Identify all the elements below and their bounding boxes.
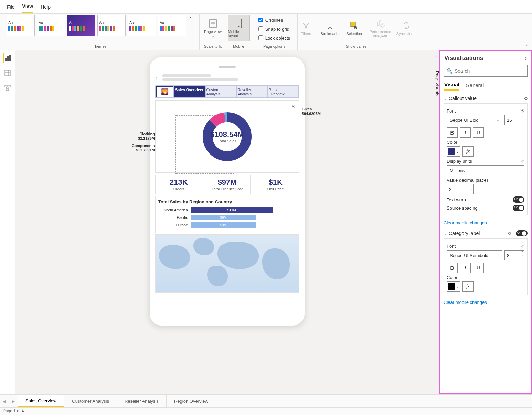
bar-chart-visual[interactable]: Total Sales by Region and Country North … xyxy=(155,196,299,233)
donut-visual[interactable]: ✕ $108.54M Total Sales Bikes$94.6205M Cl… xyxy=(155,100,299,173)
theme-4[interactable]: Aa xyxy=(97,15,126,36)
italic-button[interactable]: I xyxy=(460,127,471,138)
search-input[interactable] xyxy=(455,68,524,74)
selection-button[interactable]: Selection xyxy=(343,15,365,41)
theme-2[interactable]: Aa xyxy=(37,15,65,36)
reset-icon[interactable]: ⟲ xyxy=(524,96,528,101)
font2-family-select[interactable]: Segoe UI Semibold⌄ xyxy=(447,250,502,260)
back-icon[interactable]: ‹ xyxy=(155,74,158,82)
more-options[interactable]: ⋯ xyxy=(520,81,527,89)
chevron-down-icon: ⌄ xyxy=(444,231,447,236)
close-icon[interactable]: ✕ xyxy=(291,104,295,109)
italic2-button[interactable]: I xyxy=(460,263,471,273)
font2-size-input[interactable]: 8⌃⌄ xyxy=(504,250,524,260)
underline2-button[interactable]: U xyxy=(473,263,484,273)
themes-dropdown[interactable]: ▾ xyxy=(188,15,193,19)
reset-cat-icon[interactable]: ⟲ xyxy=(507,231,511,236)
svg-rect-7 xyxy=(377,22,379,25)
theme-3-selected[interactable]: Aa xyxy=(67,15,95,36)
color2-picker[interactable]: ⌄ xyxy=(447,281,460,292)
label-components: Components$11.7991M xyxy=(129,143,155,152)
map-visual[interactable] xyxy=(155,234,299,293)
bar-row-na: North America$11M xyxy=(158,207,296,213)
sync-slicers-button[interactable]: Sync slicers xyxy=(395,15,417,41)
filter-icon xyxy=(301,21,311,30)
font-family-select[interactable]: Segoe UI Bold⌄ xyxy=(447,115,502,125)
section-category-label[interactable]: ⌄ Category label ⟲ On xyxy=(444,228,528,238)
font-size-input[interactable]: 16⌃⌄ xyxy=(504,115,524,125)
show-panes-label: Show panes xyxy=(346,44,367,49)
donut-chart: $108.54M Total Sales xyxy=(201,111,253,162)
color-label: Color xyxy=(447,140,457,145)
color-picker[interactable]: ⌄ xyxy=(447,146,460,157)
mobile-tab-customer[interactable]: Customer Analysis xyxy=(206,86,236,97)
theme-5[interactable]: Aa xyxy=(128,15,156,36)
text-wrap-toggle[interactable]: On xyxy=(513,196,524,203)
clear-mobile-1[interactable]: Clear mobile changes xyxy=(444,217,528,228)
mobile-tab-region[interactable]: Region Overview xyxy=(268,86,298,97)
phone-speaker xyxy=(219,66,236,68)
menu-help[interactable]: Help xyxy=(41,1,51,12)
report-view-icon[interactable] xyxy=(3,53,12,63)
page-tab-reseller[interactable]: Reseller Analysis xyxy=(117,395,167,407)
underline-button[interactable]: U xyxy=(473,127,484,138)
theme-6[interactable]: Aa xyxy=(158,15,186,36)
left-nav-rail xyxy=(0,50,15,394)
tab-general[interactable]: General xyxy=(466,80,484,90)
lock-objects-checkbox[interactable]: Lock objects xyxy=(258,34,290,42)
report-logo: 🌄 xyxy=(156,86,173,97)
mobile-preview: ‹ 🌄 Sales Overview Customer Analysis Res… xyxy=(150,57,305,326)
page-nav-next[interactable]: ▶ xyxy=(9,395,18,407)
reset-font2-icon[interactable]: ⟲ xyxy=(521,244,524,249)
page-visuals-label[interactable]: Page visuals xyxy=(435,71,440,96)
menu-file[interactable]: File xyxy=(7,1,15,12)
menu-view[interactable]: View xyxy=(22,1,33,13)
tab-visual[interactable]: Visual xyxy=(444,79,459,91)
canvas: ‹ Page visuals ‹ 🌄 Sales Overview Custom… xyxy=(15,50,439,394)
mobile-tab-reseller[interactable]: Reseller Analysis xyxy=(237,86,267,97)
fx2-button[interactable]: fx xyxy=(462,281,474,292)
reset-font-icon[interactable]: ⟲ xyxy=(521,108,524,114)
theme-1[interactable]: Aa xyxy=(7,15,35,36)
fx-button[interactable]: fx xyxy=(462,146,474,157)
bold2-button[interactable]: B xyxy=(447,263,458,273)
data-view-icon[interactable] xyxy=(3,68,12,78)
viz-expand-icon[interactable]: › xyxy=(525,55,527,61)
scale-label: Scale to fit xyxy=(204,44,222,49)
mobile-tab-sales[interactable]: Sales Overview xyxy=(174,86,205,97)
collapse-page-visuals[interactable]: ‹ xyxy=(436,53,438,58)
ribbon-collapse[interactable]: ⌃ xyxy=(525,44,529,49)
page-tab-region[interactable]: Region Overview xyxy=(167,395,216,407)
performance-button[interactable]: Performance analyzer xyxy=(367,15,393,41)
display-units-select[interactable]: Millions⌄ xyxy=(447,165,524,175)
category-label-toggle[interactable]: On xyxy=(516,230,528,236)
svg-rect-12 xyxy=(7,56,9,61)
kpi-orders[interactable]: 213KOrders xyxy=(155,175,202,194)
reset-units-icon[interactable]: ⟲ xyxy=(521,159,524,164)
viz-search[interactable]: 🔍 xyxy=(444,65,528,77)
decimal-input[interactable]: 2⌃⌄ xyxy=(447,184,474,194)
bookmark-icon xyxy=(325,21,335,30)
bar-row-europe: Europe$9M xyxy=(158,222,296,228)
clear-mobile-2[interactable]: Clear mobile changes xyxy=(444,297,528,308)
page-tab-sales[interactable]: Sales Overview xyxy=(18,395,64,407)
bold-button[interactable]: B xyxy=(447,127,458,138)
page-tab-customer[interactable]: Customer Analysis xyxy=(64,395,117,407)
kpi-cost[interactable]: $97MTotal Product Cost xyxy=(204,175,251,194)
ribbon-group-page-options: Gridlines Snap to grid Lock objects Page… xyxy=(251,14,298,50)
mobile-layout-button[interactable]: Mobile layout xyxy=(228,15,250,41)
label-bikes: Bikes$94.6205M xyxy=(302,107,321,116)
page-nav-prev[interactable]: ◀ xyxy=(0,395,9,407)
source-spacing-toggle[interactable]: On xyxy=(513,205,524,211)
label-clothing: Clothing$2.1176M xyxy=(129,132,155,141)
page-view-button[interactable]: Page view▾ xyxy=(202,15,224,41)
kpi-price[interactable]: $1KUnit Price xyxy=(252,175,299,194)
visualizations-pane: Visualizations › 🔍 Visual General ⋯ ⌄ Ca… xyxy=(439,50,532,394)
gridlines-checkbox[interactable]: Gridlines xyxy=(258,16,283,24)
filters-button[interactable]: Filters xyxy=(295,15,317,41)
snap-to-grid-checkbox[interactable]: Snap to grid xyxy=(258,25,289,33)
search-icon: 🔍 xyxy=(447,68,453,74)
bookmarks-button[interactable]: Bookmarks xyxy=(319,15,341,41)
section-callout-value[interactable]: ⌄ Callout value ⟲ xyxy=(444,94,528,103)
model-view-icon[interactable] xyxy=(3,83,12,93)
